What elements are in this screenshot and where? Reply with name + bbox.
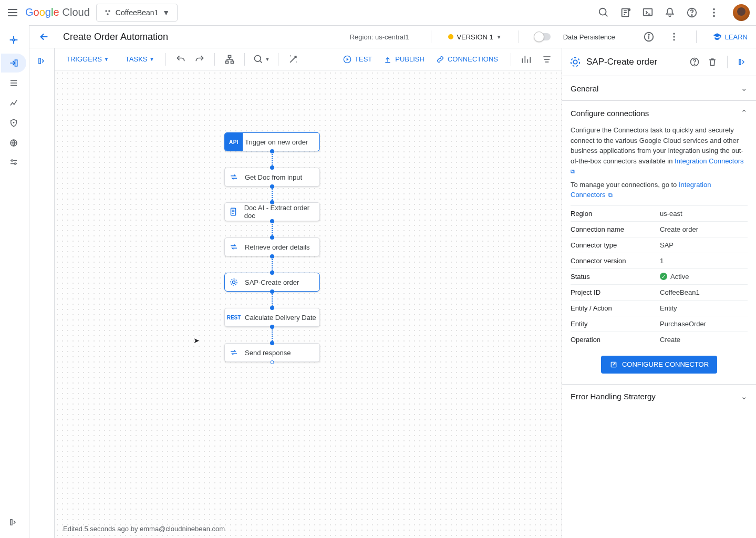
property-row: OperationCreate	[571, 332, 748, 347]
rail-settings[interactable]	[1, 153, 26, 172]
svg-line-38	[260, 60, 262, 63]
triggers-menu[interactable]: TRIGGERS▼	[63, 53, 112, 65]
property-value: SAP	[660, 241, 674, 249]
auto-layout-button[interactable]	[223, 53, 236, 66]
more-icon[interactable]	[708, 6, 720, 19]
region-label: Region: us-central1	[350, 33, 409, 41]
assist-icon[interactable]	[619, 6, 632, 19]
svg-rect-36	[231, 61, 234, 63]
publish-button[interactable]: PUBLISH	[379, 53, 429, 66]
appbar: Google Cloud CoffeeBean1 ▼	[0, 0, 756, 25]
svg-point-9	[691, 14, 692, 15]
property-key: Entity / Action	[571, 304, 660, 312]
svg-point-10	[713, 8, 715, 10]
info-icon[interactable]	[643, 30, 655, 43]
section-general[interactable]: General ⌄	[562, 76, 756, 100]
analytics-icon[interactable]	[520, 53, 532, 66]
port-in[interactable]	[270, 200, 274, 204]
account-avatar[interactable]	[733, 4, 750, 21]
task-config-panel: SAP-Create order General ⌄ Configure con…	[562, 48, 756, 538]
node-label: Retrieve order details	[243, 243, 310, 251]
svg-point-47	[232, 281, 235, 283]
undo-button[interactable]	[174, 53, 187, 66]
layers-icon[interactable]	[541, 53, 553, 66]
rail-auth[interactable]	[1, 113, 26, 132]
connections-button[interactable]: CONNECTIONS	[432, 53, 502, 66]
flow-node-n1[interactable]: APITrigger on new order	[224, 132, 320, 151]
port-out[interactable]	[271, 360, 274, 364]
test-button[interactable]: TEST	[339, 53, 376, 66]
help-icon[interactable]	[686, 6, 698, 19]
svg-point-29	[648, 34, 649, 35]
cursor-pointer-icon: ➤	[193, 336, 200, 345]
svg-rect-34	[229, 55, 231, 57]
chevron-down-icon: ⌄	[741, 392, 748, 401]
flow-node-n6[interactable]: RESTCalculate Delivery Date	[224, 308, 320, 327]
svg-point-23	[14, 163, 16, 164]
flow-node-n4[interactable]: Retrieve order details	[224, 237, 320, 256]
port-in[interactable]	[270, 271, 274, 275]
version-selector[interactable]: VERSION 1 ▼	[447, 31, 502, 43]
svg-point-32	[673, 39, 675, 40]
last-edited-footer: Edited 5 seconds ago by emma@cloudninebe…	[63, 525, 225, 533]
port-in[interactable]	[270, 341, 274, 345]
flow-node-n5[interactable]: SAP-Create order	[224, 273, 320, 292]
magic-wand-button[interactable]	[287, 53, 299, 66]
panel-help-icon[interactable]	[688, 56, 701, 68]
swap-icon	[225, 172, 243, 182]
svg-point-30	[673, 33, 675, 35]
play-icon	[343, 55, 351, 64]
search-icon[interactable]	[597, 6, 610, 19]
rail-expand[interactable]	[1, 513, 26, 532]
port-in[interactable]	[270, 165, 274, 170]
integration-canvas[interactable]: APITrigger on new orderGet Doc from inpu…	[55, 70, 562, 538]
flow-node-n7[interactable]: Send response	[224, 343, 320, 362]
back-button[interactable]	[38, 30, 50, 43]
section-error-handling[interactable]: Error Handling Stratergy ⌄	[562, 385, 756, 409]
rail-metrics[interactable]	[1, 94, 26, 112]
node-label: Trigger on new order	[243, 138, 308, 146]
property-key: Region	[571, 210, 660, 218]
project-icon	[104, 9, 111, 16]
project-selector[interactable]: CoffeeBean1 ▼	[96, 4, 178, 22]
collapse-panel-icon[interactable]	[736, 56, 749, 68]
project-name: CoffeeBean1	[116, 8, 158, 17]
svg-point-11	[713, 12, 715, 14]
port-in[interactable]	[270, 235, 274, 240]
main-menu-button[interactable]	[6, 6, 19, 19]
notifications-icon[interactable]	[664, 6, 676, 19]
svg-point-50	[571, 57, 580, 66]
svg-point-49	[573, 60, 577, 64]
rail-logs[interactable]	[1, 74, 26, 92]
toggle-var-panel-icon[interactable]	[36, 55, 48, 67]
delete-task-icon[interactable]	[706, 56, 719, 68]
redo-button[interactable]	[193, 53, 206, 66]
rail-integrations[interactable]	[1, 54, 26, 73]
svg-rect-7	[644, 8, 653, 15]
rail-region[interactable]	[1, 133, 26, 152]
status-dot-draft-icon	[448, 34, 453, 39]
cloud-shell-icon[interactable]	[641, 6, 654, 19]
data-persistence-toggle[interactable]	[535, 33, 551, 40]
integration-product-icon[interactable]	[1, 29, 26, 50]
port-in[interactable]	[270, 306, 274, 310]
tasks-menu[interactable]: TASKS▼	[122, 53, 158, 65]
svg-point-31	[673, 36, 675, 37]
property-value: Create	[660, 336, 680, 344]
configure-connector-button[interactable]: CONFIGURE CONNECTOR	[601, 356, 717, 374]
svg-point-2	[107, 13, 109, 15]
learn-button[interactable]: LEARN	[712, 32, 748, 42]
flow-node-n2[interactable]: Get Doc from input	[224, 168, 320, 187]
data-persistence-label: Data Persistence	[563, 33, 615, 41]
property-value: Create order	[660, 225, 698, 233]
section-configure-connections[interactable]: Configure connections ⌃	[562, 100, 756, 125]
variables-rail	[29, 48, 55, 538]
svg-rect-14	[15, 60, 17, 66]
more-icon[interactable]	[668, 30, 680, 43]
connector-icon	[225, 277, 243, 287]
zoom-menu[interactable]: ▼	[253, 53, 270, 66]
flow-node-n3[interactable]: Doc AI - Extract order doc	[224, 202, 320, 221]
node-label: Calculate Delivery Date	[243, 314, 316, 322]
svg-point-13	[13, 39, 15, 41]
google-cloud-logo[interactable]: Google Cloud	[25, 6, 90, 18]
